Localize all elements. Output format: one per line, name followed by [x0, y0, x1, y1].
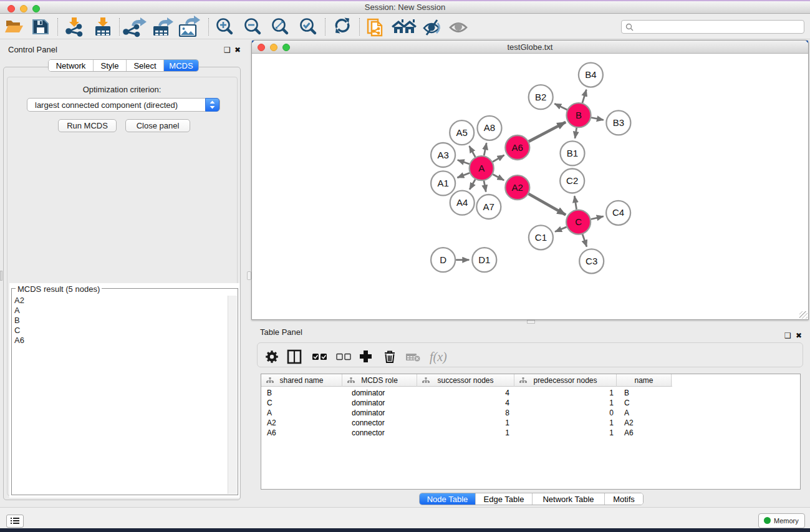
- svg-text:B1: B1: [567, 148, 578, 158]
- svg-text:A: A: [478, 163, 485, 173]
- svg-text:A3: A3: [437, 150, 448, 160]
- svg-text:B3: B3: [613, 117, 624, 128]
- svg-text:D: D: [440, 254, 446, 265]
- svg-text:D1: D1: [478, 254, 490, 265]
- svg-text:A7: A7: [483, 201, 494, 212]
- svg-text:C1: C1: [535, 232, 547, 243]
- svg-text:B: B: [576, 110, 582, 120]
- svg-text:C: C: [575, 216, 582, 227]
- svg-text:f(x): f(x): [430, 350, 447, 364]
- svg-text:A2: A2: [512, 182, 523, 193]
- svg-text:A1: A1: [437, 178, 448, 188]
- svg-text:B2: B2: [535, 92, 546, 102]
- svg-text:C4: C4: [612, 207, 624, 218]
- svg-text:A5: A5: [456, 127, 468, 138]
- svg-text:B4: B4: [585, 69, 596, 80]
- svg-text:C2: C2: [566, 175, 578, 186]
- svg-text:A6: A6: [512, 142, 523, 153]
- svg-text:A4: A4: [456, 197, 468, 208]
- svg-text:C3: C3: [586, 256, 597, 266]
- svg-text:A8: A8: [484, 122, 495, 133]
